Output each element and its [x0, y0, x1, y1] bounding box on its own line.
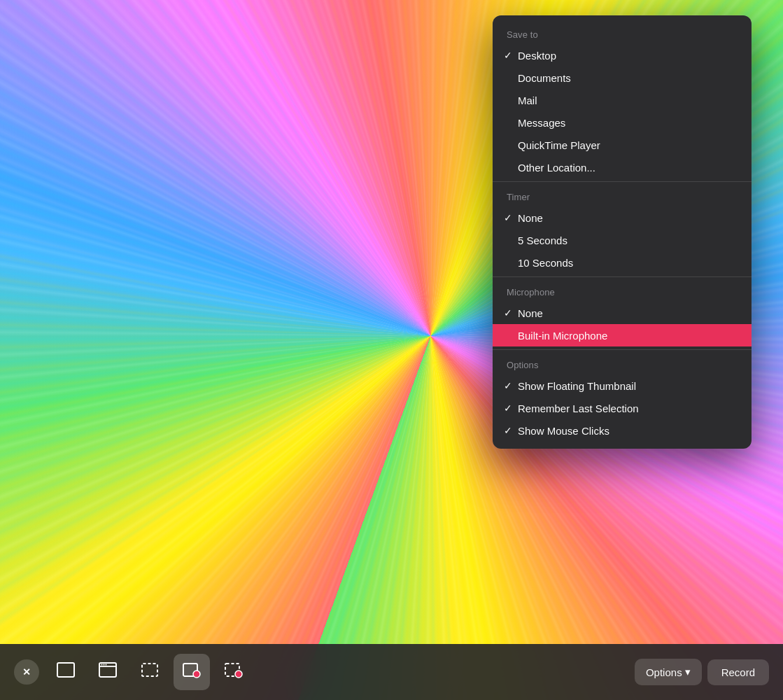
- options-header: Options: [493, 353, 752, 374]
- menu-item-timer-10s[interactable]: 10 Seconds: [493, 251, 752, 274]
- checkmark-desktop: ✓: [504, 50, 518, 61]
- menu-item-documents[interactable]: Documents: [493, 66, 752, 89]
- floating-thumbnail-label: Show Floating Thumbnail: [518, 380, 738, 392]
- capture-selection-button[interactable]: [132, 654, 168, 690]
- record-selection-button[interactable]: [216, 654, 252, 690]
- menu-item-messages[interactable]: Messages: [493, 111, 752, 134]
- documents-label: Documents: [518, 72, 738, 84]
- capture-selection-icon: [140, 660, 160, 684]
- show-mouse-clicks-label: Show Mouse Clicks: [518, 425, 738, 437]
- other-location-label: Other Location...: [518, 162, 738, 174]
- menu-item-show-mouse-clicks[interactable]: ✓ Show Mouse Clicks: [493, 419, 752, 442]
- checkmark-remember-selection: ✓: [504, 402, 518, 414]
- screenshot-toolbar: ✕: [0, 644, 783, 700]
- svg-point-3: [101, 664, 103, 666]
- menu-item-desktop[interactable]: ✓ Desktop: [493, 44, 752, 66]
- mail-label: Mail: [518, 94, 738, 106]
- menu-item-mic-none[interactable]: ✓ None: [493, 302, 752, 324]
- messages-label: Messages: [518, 117, 738, 129]
- svg-point-4: [104, 664, 105, 666]
- checkmark-show-mouse-clicks: ✓: [504, 425, 518, 436]
- close-icon: ✕: [22, 666, 31, 678]
- menu-item-remember-selection[interactable]: ✓ Remember Last Selection: [493, 397, 752, 419]
- checkmark-timer-none: ✓: [504, 212, 518, 223]
- chevron-down-icon: ▾: [685, 666, 691, 678]
- checkmark-floating-thumbnail: ✓: [504, 380, 518, 391]
- svg-point-5: [106, 664, 107, 666]
- menu-item-timer-none[interactable]: ✓ None: [493, 206, 752, 229]
- menu-item-quicktime[interactable]: QuickTime Player: [493, 134, 752, 156]
- save-to-header: Save to: [493, 22, 752, 44]
- timer-none-label: None: [518, 212, 738, 224]
- options-dropdown: Save to ✓ Desktop Documents Mail Message…: [493, 15, 752, 449]
- options-button[interactable]: Options ▾: [635, 659, 702, 685]
- menu-item-other-location[interactable]: Other Location...: [493, 156, 752, 178]
- menu-item-mail[interactable]: Mail: [493, 89, 752, 111]
- capture-entire-screen-icon: [56, 660, 76, 684]
- built-in-mic-label: Built-in Microphone: [518, 330, 738, 342]
- timer-10s-label: 10 Seconds: [518, 257, 738, 269]
- svg-rect-0: [57, 663, 74, 677]
- mic-none-label: None: [518, 307, 738, 319]
- record-label: Record: [721, 666, 755, 678]
- menu-item-timer-5s[interactable]: 5 Seconds: [493, 229, 752, 251]
- desktop-label: Desktop: [518, 50, 738, 62]
- remember-selection-label: Remember Last Selection: [518, 402, 738, 414]
- svg-rect-6: [142, 664, 157, 676]
- record-entire-screen-button[interactable]: [174, 654, 210, 690]
- separator-1: [493, 181, 752, 182]
- close-button[interactable]: ✕: [14, 659, 39, 685]
- separator-2: [493, 276, 752, 277]
- checkmark-mic-none: ✓: [504, 307, 518, 318]
- separator-3: [493, 349, 752, 350]
- timer-header: Timer: [493, 185, 752, 206]
- microphone-header: Microphone: [493, 280, 752, 302]
- record-entire-screen-icon: [182, 660, 202, 684]
- menu-item-floating-thumbnail[interactable]: ✓ Show Floating Thumbnail: [493, 374, 752, 397]
- record-selection-icon: [224, 660, 244, 684]
- capture-window-button[interactable]: [90, 654, 126, 690]
- svg-point-8: [193, 671, 200, 678]
- quicktime-label: QuickTime Player: [518, 139, 738, 151]
- menu-item-built-in-mic[interactable]: Built-in Microphone: [493, 324, 752, 346]
- timer-5s-label: 5 Seconds: [518, 234, 738, 246]
- capture-window-icon: [98, 660, 118, 684]
- options-label: Options: [646, 666, 682, 678]
- record-button[interactable]: Record: [707, 659, 769, 685]
- capture-entire-screen-button[interactable]: [48, 654, 84, 690]
- svg-point-10: [235, 671, 242, 678]
